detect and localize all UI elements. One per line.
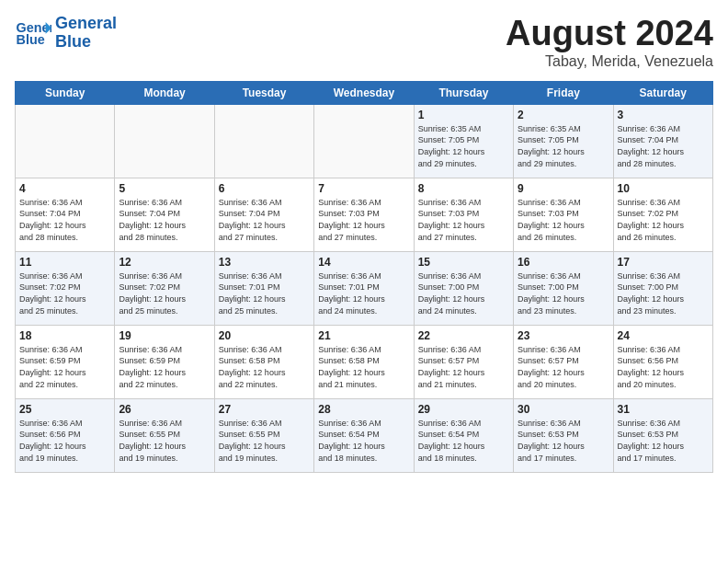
- page-header: General Blue General Blue August 2024 Ta…: [15, 15, 713, 70]
- day-info: Sunrise: 6:36 AMSunset: 6:58 PMDaylight:…: [318, 344, 409, 390]
- calendar-week-2: 4Sunrise: 6:36 AMSunset: 7:04 PMDaylight…: [16, 178, 713, 251]
- calendar-week-1: 1Sunrise: 6:35 AMSunset: 7:05 PMDaylight…: [16, 104, 713, 178]
- day-info: Sunrise: 6:36 AMSunset: 6:59 PMDaylight:…: [119, 344, 210, 390]
- calendar-cell: [16, 104, 115, 178]
- calendar-cell: 12Sunrise: 6:36 AMSunset: 7:02 PMDayligh…: [115, 251, 214, 325]
- day-info: Sunrise: 6:36 AMSunset: 6:54 PMDaylight:…: [418, 418, 509, 464]
- day-info: Sunrise: 6:36 AMSunset: 6:53 PMDaylight:…: [618, 418, 709, 464]
- day-number: 15: [418, 256, 509, 269]
- day-info: Sunrise: 6:36 AMSunset: 6:55 PMDaylight:…: [219, 418, 310, 464]
- title-block: August 2024 Tabay, Merida, Venezuela: [506, 15, 713, 70]
- logo-line2: Blue: [55, 33, 117, 52]
- day-info: Sunrise: 6:36 AMSunset: 6:58 PMDaylight:…: [219, 344, 310, 390]
- calendar-week-4: 18Sunrise: 6:36 AMSunset: 6:59 PMDayligh…: [16, 325, 713, 398]
- day-number: 29: [418, 403, 509, 416]
- logo-line1: General: [55, 15, 117, 33]
- logo-icon: General Blue: [15, 15, 51, 52]
- calendar-cell: 17Sunrise: 6:36 AMSunset: 7:00 PMDayligh…: [613, 251, 712, 325]
- calendar-cell: [115, 104, 214, 178]
- calendar-cell: 31Sunrise: 6:36 AMSunset: 6:53 PMDayligh…: [613, 398, 712, 472]
- calendar-cell: 24Sunrise: 6:36 AMSunset: 6:56 PMDayligh…: [613, 325, 712, 398]
- day-info: Sunrise: 6:36 AMSunset: 7:02 PMDaylight:…: [119, 270, 210, 316]
- day-number: 28: [318, 403, 409, 416]
- calendar-cell: [214, 104, 313, 178]
- calendar-cell: 14Sunrise: 6:36 AMSunset: 7:01 PMDayligh…: [314, 251, 414, 325]
- calendar-week-3: 11Sunrise: 6:36 AMSunset: 7:02 PMDayligh…: [16, 251, 713, 325]
- weekday-header-wednesday: Wednesday: [314, 81, 414, 104]
- day-number: 10: [618, 182, 709, 195]
- day-info: Sunrise: 6:36 AMSunset: 7:04 PMDaylight:…: [219, 197, 310, 243]
- day-number: 31: [618, 403, 709, 416]
- day-info: Sunrise: 6:36 AMSunset: 6:59 PMDaylight:…: [19, 344, 110, 390]
- calendar-cell: 2Sunrise: 6:35 AMSunset: 7:05 PMDaylight…: [514, 104, 613, 178]
- day-info: Sunrise: 6:36 AMSunset: 7:01 PMDaylight:…: [318, 270, 409, 316]
- day-number: 13: [219, 256, 310, 269]
- calendar-cell: 28Sunrise: 6:36 AMSunset: 6:54 PMDayligh…: [314, 398, 414, 472]
- day-number: 6: [219, 182, 310, 195]
- day-info: Sunrise: 6:35 AMSunset: 7:05 PMDaylight:…: [518, 123, 609, 169]
- calendar-cell: 22Sunrise: 6:36 AMSunset: 6:57 PMDayligh…: [414, 325, 513, 398]
- day-info: Sunrise: 6:36 AMSunset: 6:54 PMDaylight:…: [318, 418, 409, 464]
- day-info: Sunrise: 6:36 AMSunset: 7:02 PMDaylight:…: [618, 197, 709, 243]
- month-title: August 2024: [506, 15, 713, 53]
- calendar-cell: 26Sunrise: 6:36 AMSunset: 6:55 PMDayligh…: [115, 398, 214, 472]
- calendar-cell: 10Sunrise: 6:36 AMSunset: 7:02 PMDayligh…: [613, 178, 712, 251]
- calendar-cell: 16Sunrise: 6:36 AMSunset: 7:00 PMDayligh…: [514, 251, 613, 325]
- day-info: Sunrise: 6:36 AMSunset: 6:57 PMDaylight:…: [418, 344, 509, 390]
- svg-text:Blue: Blue: [17, 32, 45, 47]
- calendar-cell: 20Sunrise: 6:36 AMSunset: 6:58 PMDayligh…: [214, 325, 313, 398]
- calendar-cell: 7Sunrise: 6:36 AMSunset: 7:03 PMDaylight…: [314, 178, 414, 251]
- day-info: Sunrise: 6:36 AMSunset: 6:56 PMDaylight:…: [618, 344, 709, 390]
- day-number: 3: [618, 109, 709, 121]
- day-info: Sunrise: 6:36 AMSunset: 6:53 PMDaylight:…: [518, 418, 609, 464]
- calendar-cell: 19Sunrise: 6:36 AMSunset: 6:59 PMDayligh…: [115, 325, 214, 398]
- day-number: 20: [219, 329, 310, 342]
- weekday-header-saturday: Saturday: [613, 81, 712, 104]
- calendar-cell: 21Sunrise: 6:36 AMSunset: 6:58 PMDayligh…: [314, 325, 414, 398]
- weekday-header-monday: Monday: [115, 81, 214, 104]
- day-info: Sunrise: 6:35 AMSunset: 7:05 PMDaylight:…: [418, 123, 509, 169]
- calendar-cell: 23Sunrise: 6:36 AMSunset: 6:57 PMDayligh…: [514, 325, 613, 398]
- calendar-cell: 29Sunrise: 6:36 AMSunset: 6:54 PMDayligh…: [414, 398, 513, 472]
- day-number: 17: [618, 256, 709, 269]
- calendar-cell: 1Sunrise: 6:35 AMSunset: 7:05 PMDaylight…: [414, 104, 513, 178]
- day-info: Sunrise: 6:36 AMSunset: 7:00 PMDaylight:…: [418, 270, 509, 316]
- day-number: 25: [19, 403, 110, 416]
- day-number: 1: [418, 109, 509, 121]
- day-number: 22: [418, 329, 509, 342]
- day-number: 27: [219, 403, 310, 416]
- day-number: 21: [318, 329, 409, 342]
- day-info: Sunrise: 6:36 AMSunset: 7:01 PMDaylight:…: [219, 270, 310, 316]
- weekday-header-tuesday: Tuesday: [214, 81, 313, 104]
- calendar-cell: 11Sunrise: 6:36 AMSunset: 7:02 PMDayligh…: [16, 251, 115, 325]
- day-info: Sunrise: 6:36 AMSunset: 6:56 PMDaylight:…: [19, 418, 110, 464]
- day-info: Sunrise: 6:36 AMSunset: 6:57 PMDaylight:…: [518, 344, 609, 390]
- day-info: Sunrise: 6:36 AMSunset: 7:04 PMDaylight:…: [119, 197, 210, 243]
- logo: General Blue General Blue: [15, 15, 117, 52]
- location: Tabay, Merida, Venezuela: [506, 53, 713, 70]
- calendar-cell: 25Sunrise: 6:36 AMSunset: 6:56 PMDayligh…: [16, 398, 115, 472]
- calendar-cell: 4Sunrise: 6:36 AMSunset: 7:04 PMDaylight…: [16, 178, 115, 251]
- weekday-header-sunday: Sunday: [16, 81, 115, 104]
- day-info: Sunrise: 6:36 AMSunset: 6:55 PMDaylight:…: [119, 418, 210, 464]
- day-info: Sunrise: 6:36 AMSunset: 7:03 PMDaylight:…: [318, 197, 409, 243]
- day-number: 26: [119, 403, 210, 416]
- day-number: 8: [418, 182, 509, 195]
- calendar-cell: 18Sunrise: 6:36 AMSunset: 6:59 PMDayligh…: [16, 325, 115, 398]
- weekday-header-row: SundayMondayTuesdayWednesdayThursdayFrid…: [16, 81, 713, 104]
- day-number: 12: [119, 256, 210, 269]
- calendar-week-5: 25Sunrise: 6:36 AMSunset: 6:56 PMDayligh…: [16, 398, 713, 472]
- weekday-header-friday: Friday: [514, 81, 613, 104]
- calendar-cell: 30Sunrise: 6:36 AMSunset: 6:53 PMDayligh…: [514, 398, 613, 472]
- weekday-header-thursday: Thursday: [414, 81, 513, 104]
- calendar-cell: 5Sunrise: 6:36 AMSunset: 7:04 PMDaylight…: [115, 178, 214, 251]
- day-number: 18: [19, 329, 110, 342]
- day-info: Sunrise: 6:36 AMSunset: 7:03 PMDaylight:…: [418, 197, 509, 243]
- day-number: 23: [518, 329, 609, 342]
- day-info: Sunrise: 6:36 AMSunset: 7:02 PMDaylight:…: [19, 270, 110, 316]
- day-number: 24: [618, 329, 709, 342]
- calendar-cell: 3Sunrise: 6:36 AMSunset: 7:04 PMDaylight…: [613, 104, 712, 178]
- calendar-cell: 9Sunrise: 6:36 AMSunset: 7:03 PMDaylight…: [514, 178, 613, 251]
- day-number: 14: [318, 256, 409, 269]
- day-number: 19: [119, 329, 210, 342]
